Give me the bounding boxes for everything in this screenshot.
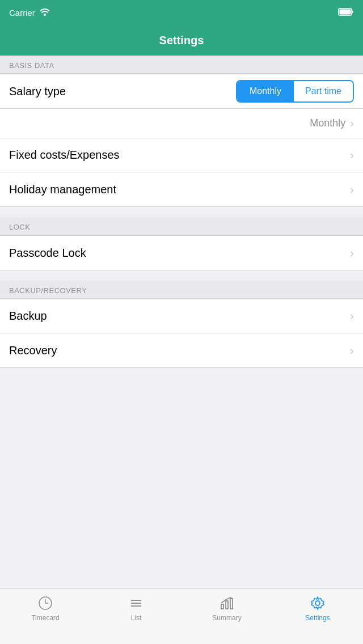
- salary-type-label: Salary type: [9, 85, 66, 98]
- holiday-management-row[interactable]: Holiday management ›: [0, 172, 363, 206]
- status-bar-left: Carrier: [9, 8, 50, 18]
- monthly-chevron-icon: ›: [350, 117, 354, 130]
- svg-point-12: [315, 601, 320, 605]
- backup-row[interactable]: Backup ›: [0, 299, 363, 333]
- settings-icon: [309, 595, 326, 612]
- tab-settings[interactable]: Settings: [272, 595, 363, 622]
- monthly-value-row[interactable]: Monthly ›: [0, 109, 363, 138]
- section-gap-1: [0, 207, 363, 217]
- recovery-chevron-icon: ›: [350, 344, 354, 357]
- content-area: BASIS DATA Salary type Monthly Part time…: [0, 56, 363, 588]
- tab-timecard-label: Timecard: [31, 614, 60, 622]
- tab-summary[interactable]: Summary: [182, 595, 272, 622]
- fixed-costs-chevron-icon: ›: [350, 149, 354, 162]
- tab-summary-label: Summary: [212, 614, 241, 622]
- tab-settings-label: Settings: [305, 614, 330, 622]
- wifi-icon: [40, 8, 50, 18]
- nav-bar: Settings: [0, 25, 363, 56]
- monthly-value-label: Monthly: [310, 117, 345, 129]
- battery-icon: [338, 8, 354, 18]
- backup-label: Backup: [9, 310, 47, 323]
- summary-icon: [218, 595, 235, 612]
- section-header-backup: BACKUP/RECOVERY: [0, 281, 363, 299]
- section-gap-3: [0, 368, 363, 378]
- lock-section: Passcode Lock ›: [0, 235, 363, 270]
- basis-data-section: Salary type Monthly Part time Monthly › …: [0, 74, 363, 207]
- svg-rect-2: [340, 9, 351, 14]
- passcode-lock-row[interactable]: Passcode Lock ›: [0, 236, 363, 270]
- list-icon: [128, 595, 145, 612]
- section-header-lock: LOCK: [0, 217, 363, 235]
- status-bar: Carrier: [0, 0, 363, 25]
- timecard-icon: [37, 595, 54, 612]
- passcode-lock-chevron-icon: ›: [350, 247, 354, 260]
- recovery-row[interactable]: Recovery ›: [0, 333, 363, 367]
- carrier-label: Carrier: [9, 8, 35, 18]
- holiday-management-chevron-icon: ›: [350, 183, 354, 196]
- recovery-label: Recovery: [9, 344, 57, 357]
- holiday-management-label: Holiday management: [9, 183, 116, 196]
- tab-bar: Timecard List Summary: [0, 588, 363, 644]
- svg-rect-10: [226, 601, 228, 609]
- fixed-costs-label: Fixed costs/Expenses: [9, 149, 120, 162]
- part-time-segment-button[interactable]: Part time: [294, 81, 353, 101]
- tab-list-label: List: [131, 614, 142, 622]
- monthly-segment-button[interactable]: Monthly: [237, 81, 294, 101]
- passcode-lock-label: Passcode Lock: [9, 247, 86, 260]
- svg-rect-9: [221, 604, 223, 609]
- page-title: Settings: [159, 34, 204, 47]
- section-header-basis-data: BASIS DATA: [0, 56, 363, 74]
- svg-rect-11: [230, 599, 233, 609]
- svg-point-0: [44, 14, 46, 16]
- salary-type-row: Salary type Monthly Part time: [0, 74, 363, 109]
- fixed-costs-row[interactable]: Fixed costs/Expenses ›: [0, 138, 363, 172]
- backup-recovery-section: Backup › Recovery ›: [0, 299, 363, 368]
- tab-list[interactable]: List: [91, 595, 182, 622]
- salary-type-segmented-control[interactable]: Monthly Part time: [236, 80, 354, 103]
- backup-chevron-icon: ›: [350, 310, 354, 323]
- tab-timecard[interactable]: Timecard: [0, 595, 91, 622]
- section-gap-2: [0, 270, 363, 281]
